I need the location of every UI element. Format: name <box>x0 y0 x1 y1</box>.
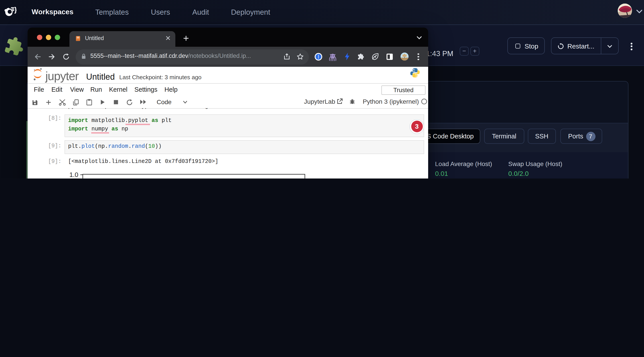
svg-text:1.0: 1.0 <box>70 171 78 178</box>
